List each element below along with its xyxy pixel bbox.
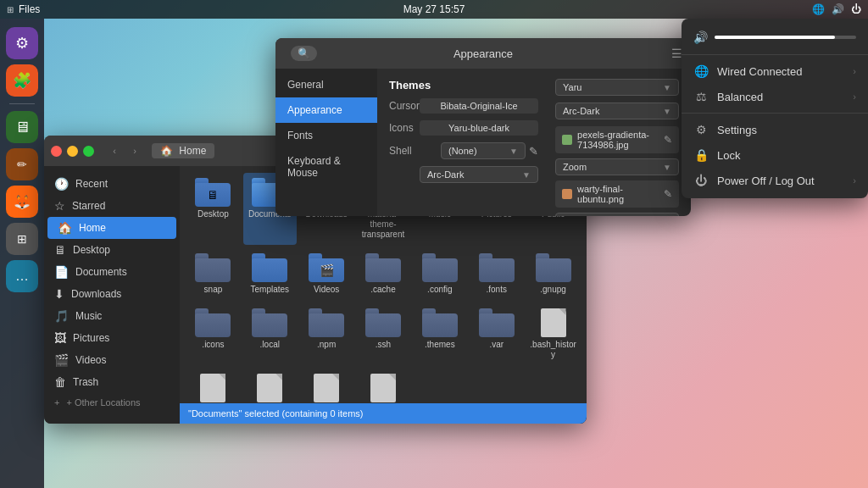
file-item-icons[interactable]: .icons <box>186 303 240 365</box>
settings-icon: ⚙ <box>693 123 709 136</box>
location-bar[interactable]: 🏠 Home <box>152 143 214 158</box>
tweaks-nav-appearance[interactable]: Appearance <box>275 97 377 123</box>
file-name-icons: .icons <box>202 340 224 350</box>
tweaks-nav-keyboard[interactable]: Keyboard & Mouse <box>275 148 377 186</box>
sidebar-item-trash[interactable]: 🗑 Trash <box>44 371 180 393</box>
file-item-themes[interactable]: .themes <box>413 303 466 365</box>
settings-label: Settings <box>717 124 856 136</box>
sidebar-item-other-locations[interactable]: + + Other Locations <box>44 393 180 412</box>
sidebar-item-music[interactable]: 🎵 Music <box>44 305 180 327</box>
tweaks-titlebar: 🔍 Appearance ☰ <box>275 38 691 69</box>
tweaks-title: Appearance <box>453 47 513 60</box>
sidebar-item-videos[interactable]: 🎬 Videos <box>44 349 180 371</box>
sidebar-item-recent[interactable]: 🕐 Recent <box>44 173 180 195</box>
bg-edit-btn-1[interactable]: ✎ <box>664 134 672 146</box>
sidebar-item-desktop[interactable]: 🖥 Desktop <box>44 239 180 261</box>
volume-bar[interactable] <box>715 36 856 39</box>
location-text: Home <box>179 145 206 157</box>
dock-item-puzzle[interactable]: 🧩 <box>6 64 38 97</box>
bg-filename-1: pexels-gradienta-7134986.jpg <box>577 130 664 150</box>
volume-indicator[interactable]: 🔊 <box>832 3 844 15</box>
dock: ⚙ 🧩 🖥 ✏ 🦊 ⊞ … <box>0 19 44 488</box>
dock-item-more[interactable]: … <box>6 260 38 292</box>
sidebar-item-downloads[interactable]: ⬇ Downloads <box>44 283 180 305</box>
bg-zoom-dropdown-2[interactable]: Zoom ▼ <box>555 213 679 216</box>
file-item-desktop[interactable]: 🖥 Desktop <box>186 173 240 245</box>
arc-dark-dropdown[interactable]: Arc-Dark ▼ <box>555 103 679 119</box>
sys-divider-2 <box>682 113 868 114</box>
top-bar-right: 🌐 🔊 ⏻ <box>812 3 861 15</box>
downloads-icon: ⬇ <box>54 287 64 301</box>
sidebar-label-starred: Starred <box>72 200 105 212</box>
status-bar: "Documents" selected (containing 0 items… <box>180 403 587 424</box>
yaru-value: Yaru <box>563 82 581 92</box>
nav-forward[interactable]: › <box>126 142 143 159</box>
shell-value: (None) <box>448 146 477 156</box>
sidebar-label-trash: Trash <box>73 376 98 388</box>
network-indicator[interactable]: 🌐 <box>812 3 825 15</box>
file-item-ssh[interactable]: .ssh <box>357 303 410 365</box>
nav-back[interactable]: ‹ <box>106 142 123 159</box>
file-name-snap: snap <box>204 285 223 295</box>
file-item-var[interactable]: .var <box>470 303 523 365</box>
bg-filename-2: warty-final-ubuntu.png <box>577 184 664 204</box>
bg-edit-btn-2[interactable]: ✎ <box>664 188 672 200</box>
sidebar-item-documents[interactable]: 📄 Documents <box>44 261 180 283</box>
sidebar-item-starred[interactable]: ☆ Starred <box>44 195 180 217</box>
sys-item-power[interactable]: ⏻ Power Off / Log Out › <box>682 168 868 193</box>
file-item-bash-history[interactable]: .bash_history <box>526 303 580 365</box>
shell-row: Shell (None) ▼ ✎ <box>389 142 538 159</box>
power-label: Power Off / Log Out <box>717 175 844 187</box>
sys-item-balanced[interactable]: ⚖ Balanced › <box>682 84 868 109</box>
file-item-templates[interactable]: Templates <box>243 248 297 300</box>
close-button[interactable] <box>51 146 62 157</box>
legacy-dropdown[interactable]: Arc-Dark ▼ <box>420 166 538 183</box>
dock-item-display[interactable]: 🖥 <box>6 111 38 143</box>
top-bar: ⊞ Files May 27 15:57 🌐 🔊 ⏻ <box>0 0 868 19</box>
desktop-icon: 🖥 <box>54 243 66 257</box>
tweaks-search[interactable]: 🔍 <box>291 46 317 61</box>
sys-item-lock[interactable]: 🔒 Lock <box>682 142 868 168</box>
dock-item-pencil[interactable]: ✏ <box>6 148 38 180</box>
zoom-label-1: Zoom <box>563 162 587 172</box>
file-item-config[interactable]: .config <box>413 248 466 300</box>
file-name-desktop: Desktop <box>198 209 229 219</box>
sidebar-item-home[interactable]: 🏠 Home <box>47 217 176 239</box>
sys-item-network[interactable]: 🌐 Wired Connected › <box>682 58 868 84</box>
yaru-dropdown[interactable]: Yaru ▼ <box>555 79 679 96</box>
cursor-value[interactable]: Bibata-Original-Ice <box>420 98 538 114</box>
cursor-row: Cursor Bibata-Original-Ice <box>389 98 538 114</box>
shell-edit-icon[interactable]: ✎ <box>529 145 538 158</box>
bg-zoom-dropdown-1[interactable]: Zoom ▼ <box>555 158 679 175</box>
chevron-down-icon: ▼ <box>522 170 531 180</box>
dock-item-grid[interactable]: ⊞ <box>6 223 38 255</box>
dock-item-firefox[interactable]: 🦊 <box>6 186 38 218</box>
sys-item-settings[interactable]: ⚙ Settings <box>682 117 868 142</box>
appear-themes: Themes Cursor Bibata-Original-Ice Icons … <box>389 79 538 216</box>
minimize-button[interactable] <box>67 146 78 157</box>
shell-dropdown[interactable]: (None) ▼ <box>441 142 526 159</box>
sidebar-label-recent: Recent <box>75 178 108 190</box>
sidebar-label-pictures: Pictures <box>73 332 109 344</box>
maximize-button[interactable] <box>83 146 94 157</box>
network-label: Wired Connected <box>717 65 844 78</box>
file-item-videos[interactable]: 🎬 Videos <box>300 248 353 300</box>
power-indicator[interactable]: ⏻ <box>851 3 861 15</box>
file-name-ssh: .ssh <box>376 340 391 350</box>
file-item-snap[interactable]: snap <box>186 248 240 300</box>
sidebar-item-pictures[interactable]: 🖼 Pictures <box>44 327 180 349</box>
network-icon: 🌐 <box>693 64 709 78</box>
file-item-local[interactable]: .local <box>243 303 297 365</box>
volume-fill <box>715 36 835 39</box>
dock-item-tweaks[interactable]: ⚙ <box>6 27 38 59</box>
file-item-gnupg[interactable]: .gnupg <box>526 248 580 300</box>
bg-color-1 <box>562 135 572 145</box>
file-item-fonts[interactable]: .fonts <box>470 248 523 300</box>
file-item-npm[interactable]: .npm <box>300 303 353 365</box>
icons-value[interactable]: Yaru-blue-dark <box>420 120 538 136</box>
tweaks-nav-general[interactable]: General <box>275 72 377 97</box>
music-icon: 🎵 <box>54 309 69 323</box>
tweaks-nav-fonts[interactable]: Fonts <box>275 123 377 148</box>
tweaks-nav: General Appearance Fonts Keyboard & Mous… <box>275 69 377 216</box>
file-item-cache[interactable]: .cache <box>357 248 410 300</box>
